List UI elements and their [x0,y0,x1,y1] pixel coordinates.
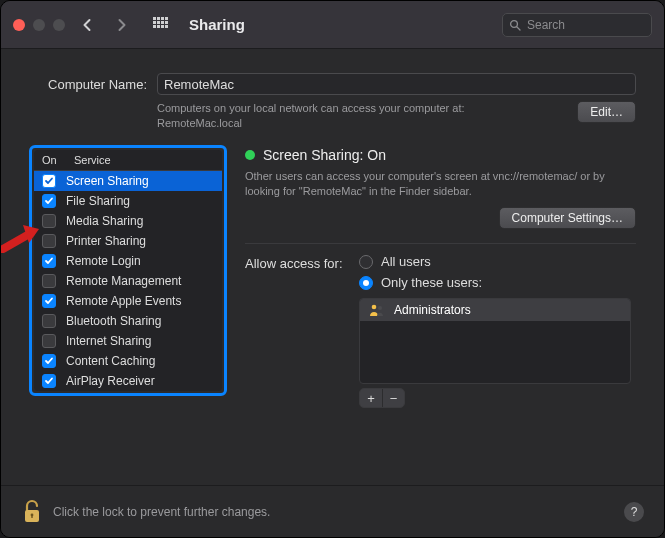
service-row[interactable]: Content Caching [34,351,222,371]
service-row[interactable]: File Sharing [34,191,222,211]
service-label: Content Caching [66,354,155,368]
users-group-icon [368,303,386,317]
service-row[interactable]: Remote Login [34,251,222,271]
service-row[interactable]: Media Sharing [34,211,222,231]
service-checkbox[interactable] [42,194,56,208]
service-row[interactable]: Internet Sharing [34,331,222,351]
service-checkbox[interactable] [42,354,56,368]
service-row[interactable]: Screen Sharing [34,171,222,191]
svg-point-3 [378,306,382,310]
user-list-item[interactable]: Administrators [360,299,630,321]
lock-open-icon [21,499,43,525]
service-label: Media Sharing [66,214,143,228]
radio-all-users-label: All users [381,254,431,269]
service-label: AirPlay Receiver [66,374,155,388]
services-header: On Service [34,150,222,171]
service-row[interactable]: Remote Apple Events [34,291,222,311]
services-highlight-box: On Service Screen SharingFile SharingMed… [29,145,227,396]
service-row[interactable]: AirPlay Receiver [34,371,222,391]
radio-only-these-users-label: Only these users: [381,275,482,290]
services-header-on: On [42,154,74,166]
service-checkbox[interactable] [42,334,56,348]
search-input[interactable]: Search [502,13,652,37]
services-table: On Service Screen SharingFile SharingMed… [34,150,222,391]
service-label: Remote Apple Events [66,294,181,308]
user-list-item-label: Administrators [394,303,471,317]
remove-user-button[interactable]: − [382,389,404,407]
footer-text: Click the lock to prevent further change… [53,505,270,519]
content-area: Computer Name: Computers on your local n… [1,49,664,422]
computer-name-row: Computer Name: [29,73,636,95]
computer-settings-button[interactable]: Computer Settings… [499,207,636,229]
user-list-buttons: + − [359,388,405,408]
svg-point-0 [511,20,518,27]
divider [245,243,636,244]
service-detail: Screen Sharing: On Other users can acces… [245,145,636,409]
status-label: Screen Sharing: On [263,147,386,163]
service-checkbox[interactable] [42,174,56,188]
service-checkbox[interactable] [42,214,56,228]
sharing-preferences-window: Sharing Search Computer Name: Computers … [0,0,665,538]
service-label: Remote Login [66,254,141,268]
service-checkbox[interactable] [42,234,56,248]
back-button[interactable] [75,13,99,37]
grid-icon [153,17,169,33]
zoom-window-button[interactable] [53,19,65,31]
service-row[interactable]: Printer Sharing [34,231,222,251]
service-checkbox[interactable] [42,374,56,388]
svg-line-1 [517,27,520,30]
show-all-button[interactable] [149,13,173,37]
access-row: Allow access for: All users Only these u… [245,254,636,290]
user-list[interactable]: Administrators [359,298,631,384]
services-header-service: Service [74,154,111,166]
lock-button[interactable] [21,499,43,525]
computer-name-input[interactable] [157,73,636,95]
svg-rect-7 [31,515,32,518]
user-list-container: Administrators + − [359,298,631,408]
radio-only-these-users[interactable]: Only these users: [359,275,482,290]
window-controls [13,19,65,31]
help-button[interactable]: ? [624,502,644,522]
service-label: Bluetooth Sharing [66,314,161,328]
status-description: Other users can access your computer's s… [245,169,636,200]
computer-name-label: Computer Name: [29,77,147,92]
window-title: Sharing [189,16,492,33]
computer-name-help-row: Computers on your local network can acce… [29,101,636,131]
service-checkbox[interactable] [42,314,56,328]
service-label: Printer Sharing [66,234,146,248]
add-user-button[interactable]: + [360,389,382,407]
status-indicator-icon [245,150,255,160]
computer-name-help: Computers on your local network can acce… [157,101,517,131]
service-label: Remote Management [66,274,181,288]
service-checkbox[interactable] [42,254,56,268]
service-row[interactable]: Bluetooth Sharing [34,311,222,331]
radio-all-users[interactable]: All users [359,254,482,269]
svg-point-2 [372,305,377,310]
search-placeholder: Search [527,18,565,32]
status-line: Screen Sharing: On [245,147,636,163]
service-label: Internet Sharing [66,334,151,348]
service-checkbox[interactable] [42,294,56,308]
service-checkbox[interactable] [42,274,56,288]
close-window-button[interactable] [13,19,25,31]
minimize-window-button[interactable] [33,19,45,31]
forward-button[interactable] [109,13,133,37]
service-label: File Sharing [66,194,130,208]
service-row[interactable]: Remote Management [34,271,222,291]
service-label: Screen Sharing [66,174,149,188]
titlebar: Sharing Search [1,1,664,49]
access-label: Allow access for: [245,254,349,271]
footer: Click the lock to prevent further change… [1,485,664,537]
edit-hostname-button[interactable]: Edit… [577,101,636,123]
search-icon [509,19,521,31]
